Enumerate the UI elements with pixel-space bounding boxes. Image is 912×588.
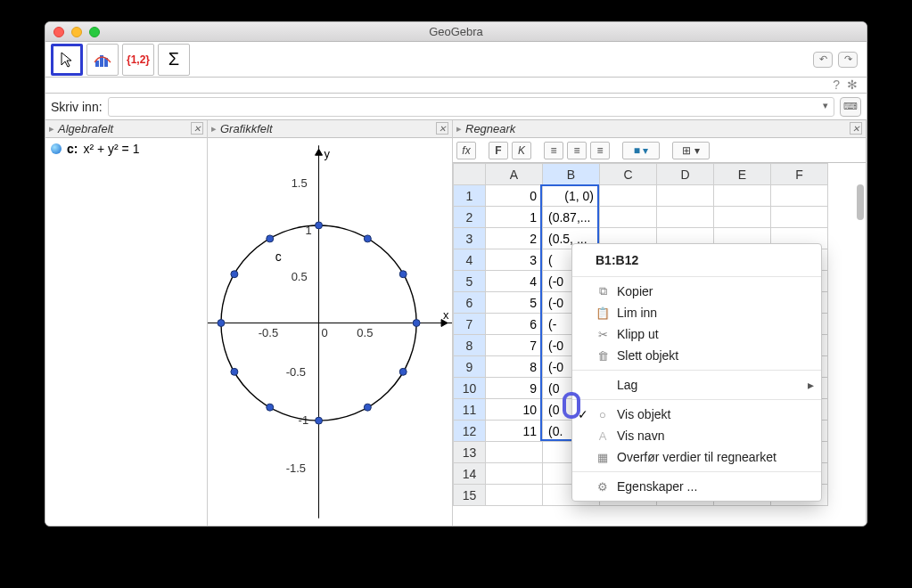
fx-button[interactable]: fx [456, 142, 476, 159]
column-header[interactable]: E [714, 164, 771, 185]
cell[interactable]: 0 [486, 185, 543, 207]
context-cut[interactable]: ✂Klipp ut [572, 323, 821, 345]
cell[interactable] [486, 463, 543, 485]
cell[interactable]: 7 [486, 335, 543, 356]
align-center-button[interactable]: ≡ [567, 142, 587, 159]
cell[interactable]: (0.87,... [543, 207, 600, 228]
cell[interactable]: 9 [486, 378, 543, 399]
borders-button[interactable]: ⊞ ▾ [672, 142, 710, 159]
svg-point-20 [364, 235, 371, 242]
context-delete[interactable]: 🗑Slett objekt [572, 345, 821, 366]
sum-tool-button[interactable]: Σ [158, 44, 190, 76]
italic-button[interactable]: K [512, 142, 531, 159]
row-header[interactable]: 9 [454, 356, 486, 378]
algebra-panel-header[interactable]: ▸ Algebrafelt ✕ [45, 120, 207, 138]
equation-label: c: [67, 142, 78, 156]
spreadsheet-grid[interactable]: A B C D E F 10(1, 0)21(0.87,...32(0.5, .… [453, 163, 866, 526]
command-input[interactable] [108, 97, 834, 117]
context-layer-submenu[interactable]: Lag▸ [572, 374, 821, 396]
cell[interactable] [771, 207, 828, 228]
align-right-button[interactable]: ≡ [590, 142, 610, 159]
triangle-icon: ▸ [49, 123, 54, 135]
context-copy[interactable]: ⧉Kopier [572, 281, 821, 302]
context-show-name[interactable]: AVis navn [572, 425, 821, 446]
context-paste[interactable]: 📋Lim inn [572, 302, 821, 323]
input-bar: Skriv inn: ⌨ [45, 94, 867, 120]
row-header[interactable]: 3 [454, 228, 486, 249]
svg-point-28 [364, 404, 371, 411]
svg-rect-0 [95, 61, 99, 67]
spreadsheet-close-button[interactable]: ✕ [850, 122, 862, 135]
column-header[interactable]: F [771, 164, 828, 185]
cell[interactable] [600, 207, 657, 228]
redo-button[interactable]: ↷ [838, 52, 858, 68]
algebra-item[interactable]: c: x² + y² = 1 [51, 142, 201, 156]
cell[interactable]: 3 [486, 249, 543, 271]
row-header[interactable]: 5 [454, 271, 486, 292]
label-icon: A [596, 429, 610, 443]
column-header[interactable]: B [543, 164, 600, 185]
settings-button[interactable]: ✻ [847, 78, 858, 93]
cell[interactable] [486, 442, 543, 463]
context-menu-title: B1:B12 [572, 248, 821, 273]
graphics-view[interactable]: x y -0.5 0 0.5 1.5 1 0.5 -0.5 -1 -1.5 [208, 138, 452, 526]
fill-color-button[interactable]: ■ ▾ [622, 142, 660, 159]
cell[interactable] [714, 207, 771, 228]
vertical-scrollbar[interactable] [857, 184, 864, 220]
row-header[interactable]: 13 [454, 442, 486, 463]
help-button[interactable]: ? [833, 78, 840, 93]
spreadsheet-panel-header[interactable]: ▸ Regneark ✕ [453, 120, 866, 138]
graphics-close-button[interactable]: ✕ [436, 122, 448, 135]
row-header[interactable]: 4 [454, 249, 486, 271]
row-header[interactable]: 11 [454, 399, 486, 421]
row-header[interactable]: 15 [454, 485, 486, 506]
cell[interactable] [657, 185, 714, 207]
cell[interactable]: 4 [486, 271, 543, 292]
cell[interactable]: 2 [486, 228, 543, 249]
svg-text:-0.5: -0.5 [286, 365, 306, 379]
corner-header[interactable] [454, 164, 486, 185]
cell[interactable] [657, 207, 714, 228]
triangle-icon: ▸ [211, 123, 217, 135]
histogram-tool-button[interactable] [86, 44, 119, 76]
context-show-object[interactable]: ✓○Vis objekt [572, 404, 821, 425]
row-header[interactable]: 14 [454, 463, 486, 485]
cell[interactable]: 10 [486, 399, 543, 421]
algebra-close-button[interactable]: ✕ [191, 122, 203, 135]
cell[interactable]: 1 [486, 207, 543, 228]
annotation-ring [563, 392, 580, 419]
row-header[interactable]: 2 [454, 207, 486, 228]
gear-icon: ⚙ [596, 480, 610, 494]
cell[interactable] [600, 185, 657, 207]
bold-button[interactable]: F [489, 142, 508, 159]
row-header[interactable]: 12 [454, 421, 486, 442]
row-header[interactable]: 6 [454, 292, 486, 314]
cell[interactable]: 6 [486, 314, 543, 335]
cell[interactable]: 11 [486, 421, 543, 442]
undo-button[interactable]: ↶ [813, 52, 833, 68]
virtual-keyboard-button[interactable]: ⌨ [840, 97, 861, 117]
row-header[interactable]: 7 [454, 314, 486, 335]
graphics-panel-header[interactable]: ▸ Grafikkfelt ✕ [208, 120, 452, 138]
row-header[interactable]: 8 [454, 335, 486, 356]
row-header[interactable]: 1 [454, 185, 486, 207]
cell[interactable]: 5 [486, 292, 543, 314]
list-tool-button[interactable]: {1,2} [122, 44, 154, 76]
circle-icon [51, 143, 62, 154]
cell[interactable]: 8 [486, 356, 543, 378]
column-header[interactable]: C [600, 164, 657, 185]
cell[interactable] [486, 485, 543, 506]
align-left-button[interactable]: ≡ [544, 142, 563, 159]
column-header[interactable]: D [657, 164, 714, 185]
svg-text:0.5: 0.5 [292, 270, 308, 283]
move-tool-button[interactable] [51, 44, 83, 76]
column-header[interactable]: A [486, 164, 543, 185]
row-header[interactable]: 10 [454, 378, 486, 399]
cell[interactable] [714, 185, 771, 207]
app-window: GeoGebra {1,2} Σ ↶ ↷ ? ✻ Skriv inn: ⌨ [45, 21, 867, 527]
svg-point-25 [231, 368, 238, 375]
context-properties[interactable]: ⚙Egenskaper ... [572, 476, 821, 497]
cell[interactable]: (1, 0) [543, 185, 600, 207]
cell[interactable] [771, 185, 828, 207]
context-transfer-values[interactable]: ▦Overfør verdier til regnearket [572, 446, 821, 468]
